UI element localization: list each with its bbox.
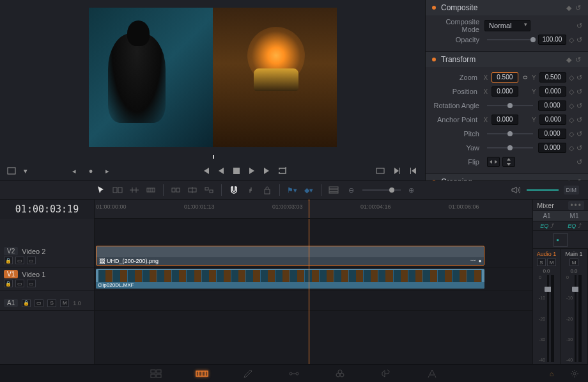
reset-icon[interactable]: ↺	[576, 102, 583, 110]
flip-v-button[interactable]	[502, 157, 515, 167]
settings-icon[interactable]	[568, 368, 582, 379]
edit-page-icon[interactable]	[241, 368, 255, 379]
flip-h-button[interactable]	[487, 157, 500, 167]
solo-button[interactable]: S	[537, 259, 546, 266]
play-icon[interactable]	[247, 166, 257, 176]
auto-select-icon[interactable]: ▭	[15, 257, 24, 264]
mixer-channel-a1[interactable]: A1	[533, 211, 561, 221]
keyframe-icon[interactable]: ◇	[569, 36, 574, 44]
out-point-icon[interactable]	[392, 166, 402, 176]
position-y-field[interactable]: 0.000	[539, 86, 566, 97]
cut-page-icon[interactable]	[195, 368, 209, 379]
keyframe-icon[interactable]: ◆	[566, 4, 571, 12]
clip-video[interactable]: Clip020DL.MXF	[96, 269, 484, 289]
stop-icon[interactable]	[231, 166, 242, 176]
marker-dot-icon[interactable]: ●	[86, 166, 96, 176]
lock-icon[interactable]: 🔒	[4, 257, 13, 264]
reset-icon[interactable]: ↺	[576, 36, 583, 44]
replace-icon[interactable]	[203, 184, 215, 196]
cropping-header[interactable]: Cropping ◆ ↺	[426, 174, 588, 180]
link-icon[interactable]	[245, 184, 256, 196]
track-header-v1[interactable]: V1Video 1 🔒 ▭ ▭	[0, 267, 94, 290]
pitch-field[interactable]: 0.000	[538, 129, 566, 139]
prev-marker-icon[interactable]: ◂	[69, 166, 79, 176]
track-header-a1[interactable]: A1 🔒 ▭ S M 1.0	[0, 296, 94, 311]
step-back-icon[interactable]	[216, 166, 226, 176]
timeline-view-icon[interactable]	[328, 184, 339, 196]
mute-button[interactable]: M	[547, 259, 556, 266]
zoom-x-field[interactable]: 0.500	[491, 72, 518, 83]
selection-tool-icon[interactable]	[95, 184, 107, 196]
pitch-slider[interactable]	[487, 133, 533, 134]
fairlight-page-icon[interactable]	[379, 368, 393, 379]
dim-button[interactable]: DIM	[564, 186, 580, 195]
disable-icon[interactable]: ▭	[27, 280, 36, 287]
zoom-in-icon[interactable]: ⊕	[406, 184, 417, 196]
deliver-page-icon[interactable]	[425, 368, 439, 379]
reset-icon[interactable]: ↺	[576, 116, 583, 124]
safe-area-icon[interactable]	[6, 166, 17, 176]
fusion-page-icon[interactable]	[287, 368, 301, 379]
reset-icon[interactable]: ↺	[576, 144, 583, 152]
yaw-field[interactable]: 0.000	[538, 143, 566, 153]
pan-control[interactable]	[553, 233, 568, 247]
lock-icon[interactable]: 🔒	[4, 280, 13, 287]
in-point-icon[interactable]	[408, 166, 419, 176]
rotation-field[interactable]: 0.000	[538, 100, 566, 111]
fader[interactable]	[547, 275, 549, 362]
mute-button[interactable]: M	[60, 299, 69, 307]
match-frame-icon[interactable]	[375, 166, 385, 176]
snapping-icon[interactable]	[228, 184, 240, 196]
anchor-x-field[interactable]: 0.000	[491, 115, 518, 125]
lock-icon[interactable]: 🔒	[22, 299, 31, 307]
keyframe-icon[interactable]: ◆	[566, 56, 571, 64]
position-x-field[interactable]: 0.000	[491, 86, 518, 97]
keyframe-icon[interactable]: ◇	[569, 74, 574, 82]
zoom-y-field[interactable]: 0.500	[539, 72, 566, 83]
track-header-v2[interactable]: V2Video 2 🔒 ▭ ▭	[0, 244, 94, 267]
eq-button[interactable]: EQ ⤴	[561, 221, 588, 231]
mute-button[interactable]: M	[569, 259, 578, 266]
loop-icon[interactable]	[277, 166, 288, 176]
reset-icon[interactable]: ↺	[576, 158, 583, 166]
overwrite-icon[interactable]	[187, 184, 198, 196]
timeline-ruler[interactable]: 01:00:00:00 01:00:01:13 01:00:03:03 01:0…	[95, 200, 532, 219]
dropdown-icon[interactable]: ▾	[20, 166, 31, 176]
go-start-icon[interactable]	[201, 166, 211, 176]
keyframe-icon[interactable]: ◇	[569, 88, 574, 96]
trim-tool-icon[interactable]	[112, 184, 123, 196]
auto-select-icon[interactable]: ▭	[35, 299, 43, 307]
disable-icon[interactable]: ▭	[27, 257, 36, 264]
keyframe-icon[interactable]: ◇	[569, 102, 574, 110]
composite-header[interactable]: Composite ◆ ↺	[426, 0, 588, 15]
reset-icon[interactable]: ↺	[576, 22, 583, 30]
go-end-icon[interactable]	[262, 166, 272, 176]
dynamic-trim-icon[interactable]	[128, 184, 140, 196]
fader[interactable]	[575, 275, 576, 362]
yaw-slider[interactable]	[487, 147, 533, 148]
next-marker-icon[interactable]: ▸	[102, 166, 112, 176]
reset-icon[interactable]: ↺	[575, 4, 582, 12]
opacity-slider[interactable]	[487, 39, 533, 40]
zoom-out-icon[interactable]: ⊖	[346, 184, 357, 196]
flag-icon[interactable]: ⚑▾	[286, 184, 298, 196]
blade-tool-icon[interactable]	[145, 184, 157, 196]
link-icon[interactable]	[521, 74, 529, 81]
volume-slider[interactable]	[527, 189, 559, 191]
timeline-canvas[interactable]: 🖼UHD_(200-200).png〰 ◆ Clip020DL.MXF	[95, 219, 532, 364]
marker-icon[interactable]: ◆▾	[303, 184, 314, 196]
mixer-channel-m1[interactable]: M1	[561, 211, 588, 221]
home-icon[interactable]: ⌂	[545, 368, 559, 379]
color-page-icon[interactable]	[333, 368, 347, 379]
rotation-slider[interactable]	[487, 105, 533, 106]
media-page-icon[interactable]	[149, 368, 163, 379]
zoom-slider[interactable]	[362, 189, 401, 191]
insert-icon[interactable]	[170, 184, 182, 196]
transform-header[interactable]: Transform ◆ ↺	[426, 52, 588, 67]
anchor-y-field[interactable]: 0.000	[539, 115, 566, 125]
keyframe-icon[interactable]: ◇	[569, 116, 574, 124]
keyframe-icon[interactable]: ◇	[569, 144, 574, 152]
solo-button[interactable]: S	[47, 299, 56, 307]
timecode-display[interactable]: 01:00:03:19	[0, 200, 95, 219]
auto-select-icon[interactable]: ▭	[15, 280, 24, 287]
